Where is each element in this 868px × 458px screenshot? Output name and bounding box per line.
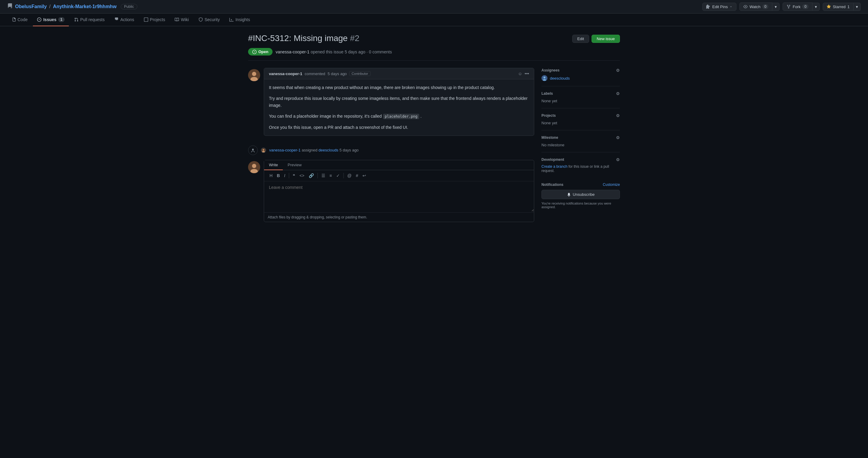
toolbar-heading-button[interactable]: H bbox=[268, 172, 274, 179]
assignees-gear-icon[interactable]: ⚙ bbox=[616, 68, 620, 73]
toolbar-mention-button[interactable]: @ bbox=[346, 172, 353, 179]
toolbar-code-button[interactable]: <> bbox=[298, 172, 306, 179]
tab-issues[interactable]: Issues 1 bbox=[33, 13, 68, 26]
issue-sidebar: Assignees ⚙ deesclouds Labels ⚙ None yet bbox=[541, 68, 620, 214]
write-footer-text: Attach files by dragging & dropping, sel… bbox=[268, 215, 367, 219]
tab-pull-requests[interactable]: Pull requests bbox=[70, 13, 109, 26]
toolbar-italic-button[interactable]: I bbox=[282, 172, 287, 179]
repo-name[interactable]: Anythink-Market-1r9hhmhw bbox=[53, 4, 117, 9]
comment-body: It seems that when creating a new produc… bbox=[264, 79, 534, 135]
comment-textarea[interactable] bbox=[264, 181, 534, 211]
repo-sep: / bbox=[49, 4, 51, 9]
repo-owner[interactable]: ObelusFamily bbox=[15, 4, 47, 9]
starred-label: Starred bbox=[833, 4, 846, 9]
milestone-gear-icon[interactable]: ⚙ bbox=[616, 135, 620, 140]
svg-point-1 bbox=[252, 72, 256, 76]
create-branch-link[interactable]: Create a branch bbox=[541, 164, 567, 169]
comment-action: commented bbox=[305, 71, 326, 76]
tab-code[interactable]: Code bbox=[7, 13, 32, 26]
topbar: ObelusFamily / Anythink-Market-1r9hhmhw … bbox=[0, 0, 868, 13]
toolbar-sep-1 bbox=[289, 173, 289, 178]
sidebar-labels: Labels ⚙ None yet bbox=[541, 86, 620, 108]
preview-tab[interactable]: Preview bbox=[283, 160, 306, 170]
issue-number: #2 bbox=[350, 33, 360, 43]
activity-assignee[interactable]: deesclouds bbox=[318, 148, 338, 152]
unsubscribe-button[interactable]: Unsubscribe bbox=[541, 190, 620, 199]
write-tabs: Write Preview bbox=[264, 160, 534, 170]
labels-gear-icon[interactable]: ⚙ bbox=[616, 91, 620, 96]
topbar-left: ObelusFamily / Anythink-Market-1r9hhmhw … bbox=[7, 3, 137, 10]
sidebar-development-header: Development ⚙ bbox=[541, 157, 620, 162]
sidebar-development-title: Development bbox=[541, 158, 564, 162]
toolbar-undo-button[interactable]: ↩ bbox=[361, 172, 368, 179]
more-options-icon[interactable]: ••• bbox=[525, 71, 529, 76]
fork-group: Fork 0 ▾ bbox=[783, 2, 820, 11]
comment-row: vanessa-cooper-1 commented 5 days ago Co… bbox=[248, 68, 534, 140]
toolbar-ref-button[interactable]: # bbox=[354, 172, 360, 179]
tab-code-label: Code bbox=[18, 17, 28, 22]
issue-layout: vanessa-cooper-1 commented 5 days ago Co… bbox=[248, 68, 620, 227]
star-expand-button[interactable]: ▾ bbox=[854, 3, 861, 11]
tab-wiki[interactable]: Wiki bbox=[170, 13, 193, 26]
star-button[interactable]: Starred 1 bbox=[823, 3, 854, 11]
issue-author-link[interactable]: vanessa-cooper-1 bbox=[276, 50, 309, 54]
tab-projects[interactable]: Projects bbox=[140, 13, 169, 26]
public-badge: Public bbox=[121, 4, 137, 9]
assignee-name[interactable]: deesclouds bbox=[550, 76, 570, 80]
toolbar-sep-3 bbox=[343, 173, 344, 178]
projects-gear-icon[interactable]: ⚙ bbox=[616, 113, 620, 118]
fork-label: Fork bbox=[793, 4, 800, 9]
activity-author[interactable]: vanessa-cooper-1 bbox=[269, 148, 301, 152]
watch-expand-button[interactable]: ▾ bbox=[772, 3, 780, 11]
edit-button[interactable]: Edit bbox=[572, 35, 589, 43]
development-gear-icon[interactable]: ⚙ bbox=[616, 157, 620, 162]
toolbar-ordered-list-button[interactable]: ≡ bbox=[328, 172, 334, 179]
sidebar-notifications: Notifications Customize Unsubscribe You'… bbox=[541, 178, 620, 214]
toolbar-bullet-list-button[interactable]: ☰ bbox=[320, 172, 327, 179]
sidebar-development: Development ⚙ Create a branch for this i… bbox=[541, 152, 620, 178]
fork-button[interactable]: Fork 0 bbox=[783, 2, 812, 11]
inline-code: placeholder.png bbox=[383, 114, 419, 119]
assignee-row: deesclouds bbox=[541, 75, 620, 81]
watch-button[interactable]: Watch 0 bbox=[739, 2, 772, 11]
comment-line-1: It seems that when creating a new produc… bbox=[269, 84, 529, 91]
new-issue-button[interactable]: New issue bbox=[592, 35, 620, 43]
commenter-avatar bbox=[248, 69, 260, 81]
activity-text: vanessa-cooper-1 assigned deesclouds 5 d… bbox=[269, 148, 359, 152]
comment-header-right: ☺ ••• bbox=[518, 71, 529, 76]
tab-projects-label: Projects bbox=[150, 17, 165, 22]
sidebar-milestone-title: Milestone bbox=[541, 135, 558, 140]
issue-meta-text: vanessa-cooper-1 opened this issue 5 day… bbox=[276, 50, 392, 54]
edit-pins-button[interactable]: Edit Pins bbox=[702, 3, 736, 11]
write-area: Write Preview H B I ❝ <> 🔗 ☰ bbox=[264, 160, 534, 222]
tab-actions[interactable]: Actions bbox=[110, 13, 138, 26]
notifications-subtext: You're receiving notifications because y… bbox=[541, 201, 620, 209]
tab-security[interactable]: Security bbox=[194, 13, 224, 26]
toolbar-tasklist-button[interactable]: ✓ bbox=[334, 172, 342, 179]
customize-notifications-link[interactable]: Customize bbox=[603, 183, 620, 187]
issue-header-buttons: Edit New issue bbox=[572, 35, 620, 43]
toolbar-quote-button[interactable]: ❝ bbox=[291, 172, 297, 179]
assignee-avatar bbox=[541, 75, 548, 81]
svg-point-4 bbox=[263, 149, 265, 151]
svg-point-7 bbox=[252, 164, 256, 168]
comment-author[interactable]: vanessa-cooper-1 bbox=[269, 71, 302, 76]
issue-meta: Open vanessa-cooper-1 opened this issue … bbox=[248, 48, 620, 61]
repo-icon bbox=[7, 3, 13, 10]
tab-insights[interactable]: Insights bbox=[225, 13, 254, 26]
emoji-icon[interactable]: ☺ bbox=[518, 71, 522, 76]
toolbar-bold-button[interactable]: B bbox=[275, 172, 282, 179]
toolbar-link-button[interactable]: 🔗 bbox=[307, 172, 316, 179]
write-area-avatar bbox=[248, 161, 260, 173]
fork-expand-button[interactable]: ▾ bbox=[812, 3, 820, 11]
write-tab[interactable]: Write bbox=[264, 160, 283, 170]
tab-pullreq-label: Pull requests bbox=[80, 17, 105, 22]
comment-line-2: Try and reproduce this issue locally by … bbox=[269, 95, 529, 109]
status-label: Open bbox=[258, 50, 268, 54]
status-badge: Open bbox=[248, 48, 273, 56]
sidebar-projects-header: Projects ⚙ bbox=[541, 113, 620, 118]
comment-content: vanessa-cooper-1 commented 5 days ago Co… bbox=[264, 68, 534, 140]
sidebar-projects: Projects ⚙ None yet bbox=[541, 108, 620, 130]
sidebar-development-text: Create a branch for this issue or link a… bbox=[541, 164, 620, 173]
comment-line-4: Once you fix this issue, open a PR and a… bbox=[269, 124, 529, 131]
